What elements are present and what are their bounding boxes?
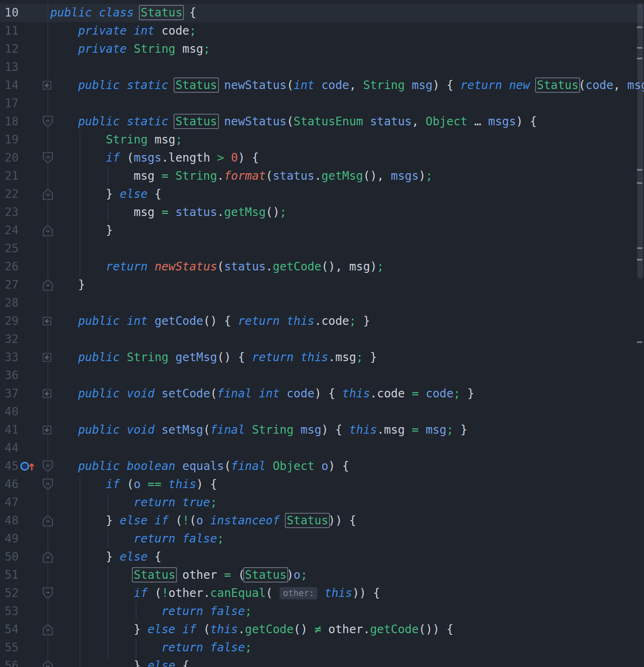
gutter-icons	[19, 185, 50, 203]
code-line[interactable]: 45 public boolean equals(final Object o)…	[0, 457, 644, 475]
code-text: public static Status newStatus(StatusEnu…	[50, 113, 537, 131]
line-number: 52	[0, 584, 19, 602]
line-number: 26	[0, 258, 19, 276]
code-line[interactable]: 28	[0, 294, 644, 312]
error-stripe-mark	[637, 259, 642, 261]
code-line[interactable]: 54 } else if (this.getCode() ≠ other.get…	[0, 620, 644, 639]
indent-guide	[136, 639, 136, 660]
code-line[interactable]: 19 String msg;	[0, 131, 644, 149]
code-line[interactable]: 32	[0, 330, 644, 348]
code-line[interactable]: 23 msg = status.getMsg();	[0, 203, 644, 221]
line-number: 55	[0, 639, 19, 657]
code-line[interactable]: 37 public void setCode(final int code) {…	[0, 385, 644, 403]
code-line[interactable]: 51 Status other = (Status)o;	[0, 566, 644, 584]
code-line[interactable]: 26 return newStatus(status.getCode(), ms…	[0, 258, 644, 276]
code-line[interactable]: 52 if (!other.canEqual( other: this)) {	[0, 584, 644, 602]
gutter-icons	[19, 530, 50, 548]
line-number: 11	[0, 22, 19, 40]
gutter-icons	[19, 657, 50, 667]
gutter-icons	[19, 58, 50, 76]
code-line[interactable]: 46 if (o == this) {	[0, 475, 644, 493]
line-number: 12	[0, 40, 19, 58]
gutter-icons	[19, 385, 50, 403]
gutter-fold-line	[47, 0, 48, 667]
code-line[interactable]: 21 msg = String.format(status.getMsg(), …	[0, 167, 644, 185]
code-line[interactable]: 14 public static Status newStatus(int co…	[0, 76, 644, 94]
indent-guide	[108, 493, 108, 512]
error-stripe-mark	[637, 247, 642, 249]
gutter-icons	[19, 493, 50, 512]
scrollbar-thumb[interactable]	[637, 3, 643, 279]
code-text: public void setCode(final int code) { th…	[50, 385, 474, 403]
code-text: private int code;	[50, 22, 196, 40]
code-line[interactable]: 33 public String getMsg() { return this.…	[0, 348, 644, 366]
indent-guide	[80, 131, 80, 276]
code-line[interactable]: 29 public int getCode() { return this.co…	[0, 312, 644, 330]
fold-plus-icon[interactable]	[42, 317, 52, 326]
code-line[interactable]: 47 return true;	[0, 493, 644, 512]
code-line[interactable]: 48 } else if (!(o instanceof Status)) {	[0, 512, 644, 530]
code-rows[interactable]: 10public class Status {11 private int co…	[0, 0, 644, 667]
code-line[interactable]: 17	[0, 94, 644, 113]
indent-guide	[108, 530, 108, 548]
fold-plus-icon[interactable]	[42, 353, 52, 362]
code-line[interactable]: 40	[0, 403, 644, 421]
code-text: return newStatus(status.getCode(), msg);	[50, 258, 384, 276]
gutter-icons	[19, 330, 50, 348]
line-number: 37	[0, 385, 19, 403]
code-text: return true;	[50, 493, 217, 512]
gutter-icons	[19, 240, 50, 258]
code-text: public int getCode() { return this.code;…	[50, 312, 370, 330]
code-line[interactable]: 56 } else {	[0, 657, 644, 667]
parameter-hint: other:	[280, 587, 317, 599]
occurrence-highlight-box: Status	[287, 514, 328, 527]
code-line[interactable]: 53 return false;	[0, 602, 644, 620]
gutter-icons	[19, 312, 50, 330]
code-line[interactable]: 10public class Status {	[0, 4, 644, 22]
code-line[interactable]: 44	[0, 439, 644, 457]
line-number: 17	[0, 94, 19, 113]
gutter-icons	[19, 566, 50, 584]
indent-guide	[108, 566, 108, 660]
code-line[interactable]: 24 }	[0, 221, 644, 240]
code-text: } else {	[50, 657, 189, 667]
gutter-icons	[19, 149, 50, 167]
code-line[interactable]: 55 return false;	[0, 639, 644, 657]
code-text: public boolean equals(final Object o) {	[50, 457, 349, 475]
line-number: 47	[0, 493, 19, 512]
code-line[interactable]: 41 public void setMsg(final String msg) …	[0, 421, 644, 439]
code-line[interactable]: 50 } else {	[0, 548, 644, 566]
line-number: 45	[0, 457, 19, 475]
code-line[interactable]: 20 if (msgs.length > 0) {	[0, 149, 644, 167]
code-line[interactable]: 13	[0, 58, 644, 76]
code-line[interactable]: 25	[0, 240, 644, 258]
occurrence-highlight-box: Status	[175, 78, 217, 92]
overriding-method-icon[interactable]	[19, 460, 37, 472]
code-line[interactable]: 11 private int code;	[0, 22, 644, 40]
line-number: 22	[0, 185, 19, 203]
code-line[interactable]: 49 return false;	[0, 530, 644, 548]
indent-guide	[108, 203, 108, 221]
code-line[interactable]: 27 }	[0, 276, 644, 294]
gutter-icons	[19, 294, 50, 312]
code-text: if (o == this) {	[50, 475, 217, 493]
fold-plus-icon[interactable]	[42, 81, 52, 90]
line-number: 13	[0, 58, 19, 76]
gutter-icons	[19, 639, 50, 657]
code-line[interactable]: 36	[0, 366, 644, 385]
code-line[interactable]: 12 private String msg;	[0, 40, 644, 58]
gutter-icons	[19, 203, 50, 221]
indent-guide	[80, 475, 80, 667]
line-number: 53	[0, 602, 19, 620]
line-number: 32	[0, 330, 19, 348]
code-line[interactable]: 18 public static Status newStatus(Status…	[0, 113, 644, 131]
fold-plus-icon[interactable]	[42, 389, 52, 398]
error-stripe-mark	[637, 169, 642, 171]
line-number: 28	[0, 294, 19, 312]
line-number: 14	[0, 76, 19, 94]
gutter-icons	[19, 113, 50, 131]
line-number: 36	[0, 366, 19, 385]
gutter-icons	[19, 94, 50, 113]
code-line[interactable]: 22 } else {	[0, 185, 644, 203]
fold-plus-icon[interactable]	[42, 425, 52, 434]
